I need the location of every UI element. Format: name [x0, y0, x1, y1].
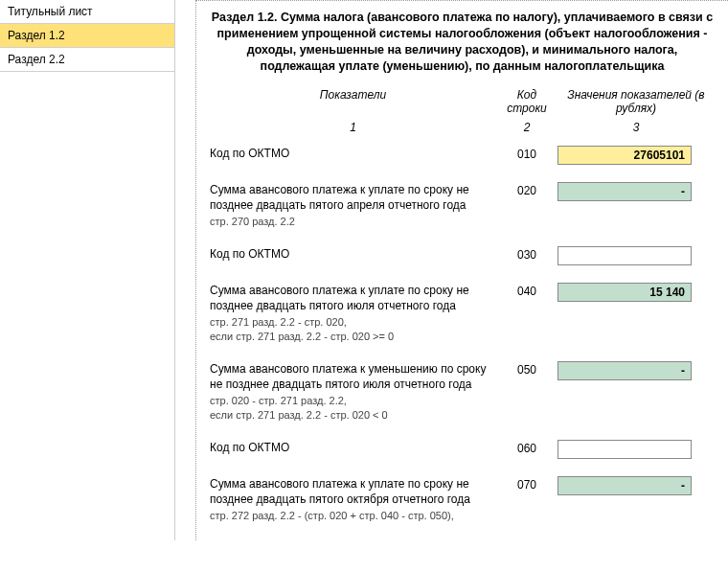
sidebar: Титульный лист Раздел 1.2 Раздел 2.2 [0, 0, 175, 540]
row-value [557, 146, 715, 165]
row-value [557, 182, 715, 201]
value-input[interactable] [557, 182, 692, 201]
row-label-text: Сумма авансового платежа к уплате по сро… [210, 283, 487, 313]
row-code: 030 [496, 246, 557, 262]
sidebar-item-label: Титульный лист [8, 5, 93, 18]
row-code: 060 [496, 440, 557, 455]
value-input[interactable] [557, 440, 692, 459]
row-code: 020 [496, 182, 557, 197]
col-header-indicator: Показатели [210, 88, 496, 102]
form-row: Сумма авансового платежа к уплате по сро… [210, 182, 715, 229]
sidebar-item-label: Раздел 2.2 [8, 53, 65, 66]
row-note: стр. 271 разд. 2.2 - стр. 020, если стр.… [210, 315, 487, 344]
row-label: Код по ОКТМО [210, 246, 496, 262]
row-label: Код по ОКТМО [210, 146, 496, 161]
row-note: стр. 020 - стр. 271 разд. 2.2, если стр.… [210, 394, 487, 423]
row-label-text: Сумма авансового платежа к уменьшению по… [210, 361, 487, 392]
sidebar-item-titlepage[interactable]: Титульный лист [0, 0, 174, 24]
value-input[interactable] [557, 283, 692, 302]
sidebar-item-section-1-2[interactable]: Раздел 1.2 [0, 24, 174, 48]
row-label-text: Код по ОКТМО [210, 440, 487, 455]
sidebar-item-label: Раздел 1.2 [8, 29, 65, 42]
value-input[interactable] [557, 246, 692, 265]
form-row: Сумма авансового платежа к уплате по сро… [210, 283, 715, 344]
section-title: Раздел 1.2. Сумма налога (авансового пла… [210, 10, 715, 75]
form-row: Сумма авансового платежа к уплате по сро… [210, 476, 715, 523]
col-header-value: Значения показателей (в рублях) [557, 88, 715, 115]
form-row: Код по ОКТМО010 [210, 146, 715, 165]
col-num-3: 3 [557, 121, 715, 134]
row-note: стр. 270 разд. 2.2 [210, 215, 487, 229]
gutter [175, 0, 196, 540]
row-label: Сумма авансового платежа к уплате по сро… [210, 283, 496, 344]
row-label: Сумма авансового платежа к уплате по сро… [210, 182, 496, 229]
row-label-text: Код по ОКТМО [210, 146, 487, 161]
row-code: 040 [496, 283, 557, 298]
row-label: Сумма авансового платежа к уменьшению по… [210, 361, 496, 423]
row-code: 010 [496, 146, 557, 161]
row-label-text: Код по ОКТМО [210, 246, 487, 262]
sidebar-item-section-2-2[interactable]: Раздел 2.2 [0, 48, 174, 72]
value-input[interactable] [557, 476, 692, 495]
form-row: Код по ОКТМО060 [210, 440, 715, 459]
row-value [557, 283, 715, 302]
form-area: Раздел 1.2. Сумма налога (авансового пла… [196, 0, 728, 540]
form-row: Сумма авансового платежа к уменьшению по… [210, 361, 715, 423]
row-note: стр. 272 разд. 2.2 - (стр. 020 + стр. 04… [210, 509, 487, 523]
row-label: Сумма авансового платежа к уплате по сро… [210, 476, 496, 523]
col-header-code: Код строки [496, 88, 557, 115]
value-input[interactable] [557, 146, 692, 165]
row-code: 050 [496, 361, 557, 377]
row-value [557, 361, 715, 380]
value-input[interactable] [557, 361, 692, 380]
row-value [557, 440, 715, 459]
form-row: Код по ОКТМО030 [210, 246, 715, 265]
row-value [557, 246, 715, 265]
row-label: Код по ОКТМО [210, 440, 496, 455]
column-numbers: 1 2 3 [210, 121, 715, 134]
col-num-2: 2 [496, 121, 557, 134]
column-headers: Показатели Код строки Значения показател… [210, 88, 715, 115]
row-label-text: Сумма авансового платежа к уплате по сро… [210, 182, 487, 213]
row-code: 070 [496, 476, 557, 492]
row-value [557, 476, 715, 495]
row-label-text: Сумма авансового платежа к уплате по сро… [210, 476, 487, 507]
col-num-1: 1 [210, 121, 496, 134]
